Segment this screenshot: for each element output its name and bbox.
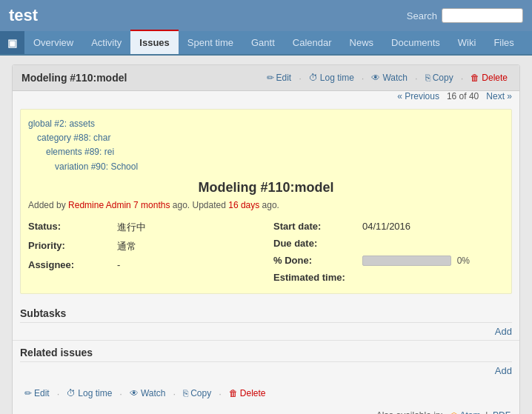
app-header: test Search: [0, 0, 532, 31]
estimated-time-label: Estimated time:: [273, 272, 355, 283]
nav-item-documents[interactable]: Documents: [382, 31, 449, 54]
related-issues-title: Related issues: [20, 341, 512, 362]
edit-label-bottom: Edit: [34, 388, 50, 398]
sep-b2: ·: [119, 388, 122, 399]
fields-left: Status: 進行中 Priority: 通常 Assignee: -: [28, 218, 259, 287]
sep-b3: ·: [173, 388, 176, 399]
breadcrumb-link-2[interactable]: elements #89: rei: [46, 147, 114, 157]
nav-item-activity[interactable]: Activity: [82, 31, 130, 54]
log-time-button-bottom[interactable]: ⏱ Log time: [64, 387, 115, 400]
separator: ·: [299, 73, 302, 84]
due-date-row: Due date:: [273, 235, 504, 252]
clock-icon: ⏱: [309, 73, 318, 83]
prev-link[interactable]: « Previous: [397, 91, 439, 101]
page-content: Modeling #110:model ✏ Edit · ⏱ Log time …: [0, 56, 532, 414]
pdf-link[interactable]: PDF: [493, 410, 511, 414]
nav-item-wiki[interactable]: Wiki: [449, 31, 485, 54]
breadcrumb-link-3[interactable]: variation #90: School: [55, 161, 138, 172]
nav-item-spent-time[interactable]: Spent time: [179, 31, 242, 54]
footer-text: Also available in:: [376, 410, 443, 414]
log-time-button-top[interactable]: ⏱ Log time: [306, 71, 357, 84]
nav-item-calendar[interactable]: Calendar: [284, 31, 341, 54]
nav-item-overview[interactable]: Overview: [24, 31, 82, 54]
assignee-label: Assignee:: [28, 259, 110, 270]
assignee-value: -: [117, 259, 120, 270]
next-link[interactable]: Next »: [486, 91, 512, 101]
issue-footer: Also available in: ⬡ Atom | PDF: [13, 407, 519, 414]
nav-item-gantt[interactable]: Gantt: [242, 31, 284, 54]
edit-button-bottom[interactable]: ✏ Edit: [21, 387, 53, 400]
app-title: test: [9, 6, 38, 25]
breadcrumb-link-1[interactable]: category #88: char: [37, 133, 110, 143]
edit-label-top: Edit: [276, 73, 292, 83]
issue-header-title: Modeling #110:model: [21, 72, 127, 84]
due-date-label: Due date:: [273, 238, 355, 249]
copy-icon: ⎘: [425, 73, 430, 83]
search-label: Search: [407, 10, 437, 21]
status-row: Status: 進行中: [28, 218, 259, 237]
copy-label-top: Copy: [433, 73, 453, 83]
eye-icon: 👁: [371, 73, 380, 83]
atom-link[interactable]: Atom: [460, 410, 481, 414]
nav-item-issues[interactable]: Issues: [130, 30, 178, 54]
fields-right: Start date: 04/11/2016 Due date: % Done:: [273, 218, 504, 287]
copy-button-bottom[interactable]: ⎘ Copy: [180, 387, 214, 400]
separator3: ·: [415, 73, 418, 84]
start-date-value: 04/11/2016: [362, 221, 410, 232]
copy-icon-bottom: ⎘: [183, 388, 188, 398]
breadcrumb-link-0[interactable]: global #2: assets: [28, 118, 95, 129]
copy-button-top[interactable]: ⎘ Copy: [422, 71, 456, 84]
subtasks-title: Subtasks: [20, 301, 512, 323]
created-date[interactable]: 7 months: [133, 200, 170, 210]
delete-button-top[interactable]: 🗑 Delete: [468, 71, 511, 84]
start-date-row: Start date: 04/11/2016: [273, 218, 504, 235]
nav-bar: ▣ Overview Activity Issues Spent time Ga…: [0, 31, 532, 56]
priority-row: Priority: 通常: [28, 237, 259, 256]
watch-label-top: Watch: [382, 73, 408, 83]
log-time-label-top: Log time: [320, 73, 354, 83]
nav-item-files[interactable]: Files: [485, 31, 522, 54]
subtasks-section: Subtasks Add: [20, 301, 512, 340]
watch-label-bottom: Watch: [141, 388, 166, 398]
issue-body: global #2: assets category #88: char ele…: [20, 109, 512, 294]
percent-done-row: % Done: 0%: [273, 252, 504, 270]
issue-header: Modeling #110:model ✏ Edit · ⏱ Log time …: [13, 65, 519, 91]
status-value: 進行中: [117, 221, 146, 234]
updated-date[interactable]: 16 days: [228, 200, 259, 210]
edit-button-top[interactable]: ✏ Edit: [264, 71, 295, 84]
separator2: ·: [362, 73, 365, 84]
watch-button-top[interactable]: 👁 Watch: [368, 71, 410, 84]
search-input[interactable]: [442, 8, 523, 23]
delete-button-bottom[interactable]: 🗑 Delete: [226, 387, 269, 400]
percent-done-label: % Done:: [273, 255, 355, 266]
watch-button-bottom[interactable]: 👁 Watch: [127, 387, 169, 400]
issue-panel: Modeling #110:model ✏ Edit · ⏱ Log time …: [12, 64, 520, 414]
nav-item-news[interactable]: News: [341, 31, 383, 54]
clock-icon-bottom: ⏱: [67, 388, 76, 398]
fields-container: Status: 進行中 Priority: 通常 Assignee: - Sta…: [28, 218, 504, 287]
author-link[interactable]: Redmine Admin: [68, 200, 131, 210]
estimated-time-row: Estimated time:: [273, 269, 504, 286]
nav-item-easy-gantt[interactable]: Easy Gantt: [523, 31, 532, 54]
subtasks-add-area: Add: [20, 323, 512, 340]
home-icon: ▣: [7, 37, 17, 49]
related-issues-add-area: Add: [20, 362, 512, 379]
priority-value: 通常: [117, 240, 136, 253]
percent-label: 0%: [457, 256, 470, 266]
percent-done-value: 0%: [362, 255, 470, 267]
sep-b4: ·: [219, 388, 222, 399]
related-issues-add-link[interactable]: Add: [495, 365, 512, 376]
status-label: Status:: [28, 221, 110, 232]
priority-label: Priority:: [28, 240, 110, 251]
issue-actions-bottom: ✏ Edit · ⏱ Log time · 👁 Watch · ⎘ Copy ·…: [13, 379, 519, 407]
subtasks-add-link[interactable]: Add: [495, 326, 512, 337]
copy-label-bottom: Copy: [190, 388, 211, 398]
issue-main-title: Modeling #110:model: [28, 180, 504, 196]
issue-actions-top: ✏ Edit · ⏱ Log time · 👁 Watch · ⎘ Copy: [264, 71, 511, 84]
pager-current: 16 of 40: [447, 91, 479, 101]
atom-icon: ⬡: [450, 411, 458, 414]
log-time-label-bottom: Log time: [78, 388, 112, 398]
nav-home-button[interactable]: ▣: [0, 31, 24, 54]
edit-icon: ✏: [267, 73, 274, 83]
delete-icon: 🗑: [471, 73, 479, 83]
